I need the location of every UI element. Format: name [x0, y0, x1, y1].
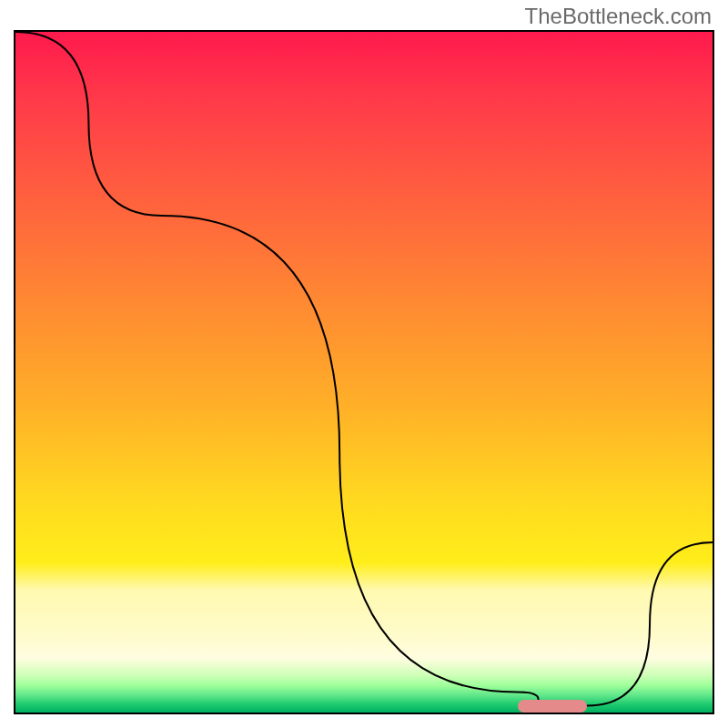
chart-plot-area [14, 30, 714, 714]
heat-gradient-background [15, 32, 713, 713]
watermark-text: TheBottleneck.com [525, 4, 712, 29]
optimal-range-marker [518, 700, 588, 713]
